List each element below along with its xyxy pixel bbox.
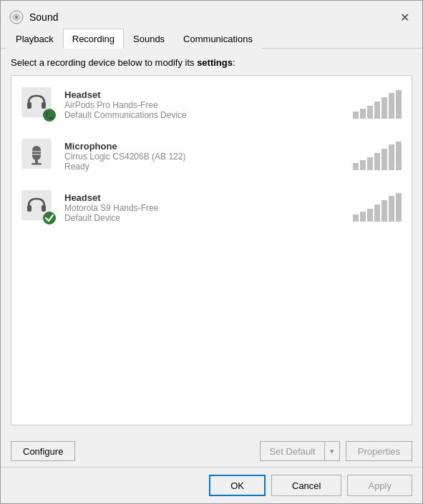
set-default-button[interactable]: Set Default: [260, 441, 324, 461]
svg-rect-15: [27, 205, 31, 212]
tab-playback[interactable]: Playback: [6, 29, 63, 49]
level-bars: [353, 142, 402, 170]
device-item-headset-airpods[interactable]: 📞 Headset AirPods Pro Hands-Free Default…: [11, 79, 412, 130]
sound-icon: [9, 10, 24, 24]
device-item-headset-motorola[interactable]: Headset Motorola S9 Hands-Free Default D…: [11, 182, 412, 233]
svg-rect-5: [42, 102, 46, 109]
device-name: Microphone: [64, 141, 344, 152]
svg-rect-4: [27, 102, 31, 109]
device-sub2: Default Device: [64, 213, 344, 223]
device-sub1: AirPods Pro Hands-Free: [64, 100, 344, 110]
svg-rect-11: [32, 146, 41, 160]
device-info-microphone: Microphone Cirrus Logic CS4206B (AB 122)…: [64, 141, 344, 172]
svg-text:📞: 📞: [45, 111, 54, 120]
sound-dialog: Sound ✕ Playback Recording Sounds Commun…: [0, 0, 423, 504]
check-badge-icon: [43, 212, 56, 224]
device-sub1: Cirrus Logic CS4206B (AB 122): [64, 152, 344, 162]
window-title: Sound: [29, 11, 58, 23]
action-buttons-row: Configure Set Default ▾ Properties: [1, 434, 422, 467]
ok-button[interactable]: OK: [209, 475, 266, 496]
cancel-button[interactable]: Cancel: [271, 475, 341, 496]
main-content: Select a recording device below to modif…: [1, 49, 422, 434]
title-bar-left: Sound: [9, 10, 58, 24]
device-sub2: Default Communications Device: [64, 110, 344, 120]
device-info-headset-airpods: Headset AirPods Pro Hands-Free Default C…: [64, 89, 344, 120]
close-button[interactable]: ✕: [395, 8, 414, 26]
set-default-arrow-button[interactable]: ▾: [324, 441, 340, 461]
svg-point-2: [15, 16, 18, 19]
level-bars: [353, 90, 402, 119]
tab-bar: Playback Recording Sounds Communications: [1, 28, 422, 49]
phone-badge-icon: 📞: [43, 109, 56, 122]
device-sub1: Motorola S9 Hands-Free: [64, 203, 344, 213]
tab-communications[interactable]: Communications: [174, 29, 262, 49]
device-icon-wrap-headset-motorola: [21, 190, 56, 224]
svg-rect-16: [42, 205, 46, 212]
apply-button[interactable]: Apply: [347, 475, 412, 496]
device-name: Headset: [64, 192, 344, 203]
title-bar: Sound ✕: [1, 1, 422, 28]
footer: OK Cancel Apply: [1, 467, 422, 503]
properties-button[interactable]: Properties: [346, 441, 412, 461]
device-name: Headset: [64, 89, 344, 100]
svg-point-17: [43, 212, 56, 224]
tab-sounds[interactable]: Sounds: [124, 29, 174, 49]
device-info-headset-motorola: Headset Motorola S9 Hands-Free Default D…: [64, 192, 344, 223]
configure-button[interactable]: Configure: [11, 441, 75, 461]
device-icon-wrap-microphone: [21, 139, 56, 173]
microphone-icon: [21, 139, 52, 169]
instruction-text: Select a recording device below to modif…: [11, 57, 412, 68]
device-icon-wrap-headset-airpods: 📞: [21, 87, 56, 122]
tab-recording[interactable]: Recording: [63, 29, 124, 49]
device-item-microphone[interactable]: Microphone Cirrus Logic CS4206B (AB 122)…: [11, 130, 412, 182]
level-bars: [353, 193, 402, 222]
device-list: 📞 Headset AirPods Pro Hands-Free Default…: [11, 75, 412, 425]
set-default-wrap: Set Default ▾: [260, 441, 339, 461]
svg-rect-10: [31, 163, 42, 165]
device-sub2: Ready: [64, 162, 344, 172]
